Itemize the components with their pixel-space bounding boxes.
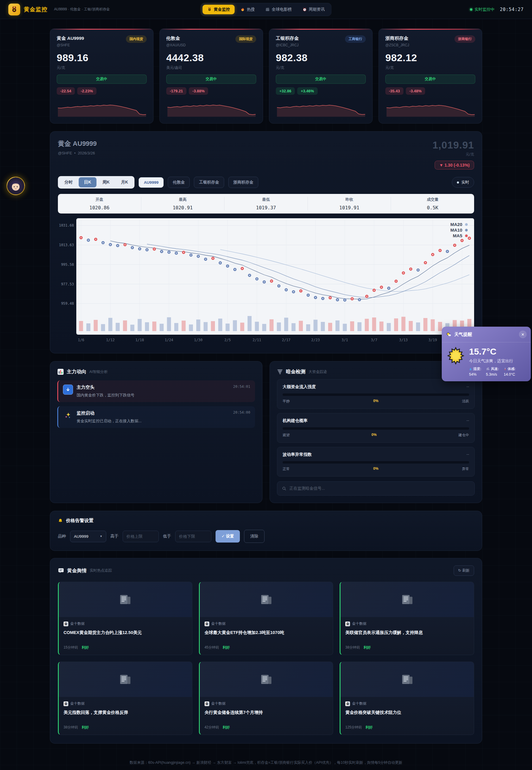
meter-value: -- <box>466 452 469 457</box>
session-status: 交易中 <box>57 75 147 84</box>
below-label: 低于 <box>163 534 171 539</box>
svg-text:1/30: 1/30 <box>194 338 202 342</box>
instrument-name: 伦敦金 <box>166 35 186 42</box>
svg-text:2/17: 2/17 <box>282 338 291 342</box>
news-time: 15分钟前 <box>64 645 78 650</box>
app-logo-medal-icon[interactable] <box>8 4 20 15</box>
news-time: 38分钟前 <box>64 725 78 730</box>
news-card[interactable]: 金金十数据 黄金价格突破关键技术阻力位 125分钟前利好 <box>340 662 474 735</box>
price-card-au9999[interactable]: 黄金 AU9999 @SHFE 国内现货 989.16 元/克 交易中 -22.… <box>50 29 153 124</box>
signal-title: 监控启动 <box>77 410 94 416</box>
symbol-select[interactable]: AU9999 ▼ <box>70 531 106 542</box>
main-nav: 黄金监控 热搜 全球电影榜 周期资讯 <box>201 3 331 16</box>
sun-cloud-icon <box>446 332 452 337</box>
svg-text:MA20: MA20 <box>450 222 462 227</box>
timeframe-tab-minute[interactable]: 分时 <box>59 177 78 187</box>
weather-stat-feel: 体感: 14.0°C <box>504 367 516 377</box>
price-card-zscb-gold[interactable]: 浙商积存金 @ZSCB_JRCJ 浙商银行 982.12 元/克 交易中 -35… <box>379 29 482 124</box>
news-source: 金十数据 <box>211 621 226 626</box>
news-thumbnail <box>341 582 474 617</box>
chart-subtitle: @SHFE • 2026/3/26 <box>58 151 97 155</box>
news-grid: 金金十数据 COMEX黄金期货主力合约上涨12.50美元 15分钟前利好 金金十… <box>58 582 474 735</box>
price-unit: 元/克 <box>276 65 366 70</box>
nav-label: 热搜 <box>247 7 255 12</box>
timeframe-tab-daily[interactable]: 日K <box>79 177 96 187</box>
main-chart-panel: 黄金 AU9999 @SHFE • 2026/3/26 1,019.91 元/克… <box>50 131 482 353</box>
timeframe-tab-weekly[interactable]: 周K <box>97 177 115 187</box>
set-alert-button[interactable]: ✓ 设置 <box>216 530 240 543</box>
alarm-icon <box>303 7 307 12</box>
news-source: 金十数据 <box>211 701 226 706</box>
medal-icon <box>207 7 212 12</box>
change-percent: -2.23% <box>77 87 96 95</box>
meter-position-build: 机构建仓概率 -- 观望 0% 建仓中 <box>277 413 475 443</box>
brand: 黄金监控 AU9999 · 伦敦金 · 工银/浙商积存金 <box>8 4 110 15</box>
meter-min-label: 观望 <box>283 433 290 438</box>
ohlc-value: 1020.86 <box>58 205 141 211</box>
meter-progressbar <box>283 393 469 396</box>
timeframe-tab-monthly[interactable]: 月K <box>115 177 133 187</box>
ohlc-value: 1020.91 <box>141 205 224 211</box>
svg-text:MA5: MA5 <box>453 233 462 238</box>
realtime-pill[interactable]: 实时 <box>452 177 474 188</box>
weather-stat-humidity: 湿度: 54% <box>469 367 481 377</box>
chart-exchange: @SHFE <box>58 151 72 155</box>
nav-tab-gold-monitor[interactable]: 黄金监控 <box>202 5 235 14</box>
price-card-london-gold[interactable]: 伦敦金 @XAU/USD 国际现货 4442.38 美元/盎司 交易中 -179… <box>159 29 263 124</box>
price-card-icbc-gold[interactable]: 工银积存金 @ICBC_JRCJ 工商银行 982.38 元/克 交易中 +32… <box>269 29 373 124</box>
refresh-button[interactable]: ↻ 刷新 <box>454 565 474 576</box>
symbol-tab-london-gold[interactable]: 伦敦金 <box>168 177 190 188</box>
candlestick-chart[interactable]: 1031.681013.63995.58977.53959.481/61/121… <box>58 218 474 347</box>
news-card[interactable]: 金金十数据 全球最大黄金ETF持仓增加2.3吨至1070吨 45分钟前利好 <box>199 582 333 655</box>
meter-percent: 0% <box>371 433 376 438</box>
news-time: 45分钟前 <box>205 645 219 650</box>
news-thumbnail <box>341 662 474 697</box>
price-value: 982.12 <box>385 52 475 64</box>
news-card[interactable]: 金金十数据 央行黄金储备连续第7个月增持 42分钟前利好 <box>199 662 333 735</box>
assistant-avatar[interactable] <box>7 177 25 195</box>
chart-last-price: 1,019.91 <box>433 139 474 151</box>
instrument-code: @ZSCB_JRCJ <box>385 43 409 47</box>
ohlc-summary-bar: 开盘1020.86 最高1020.91 最低1019.37 昨收1019.91 … <box>58 194 474 214</box>
news-thumbnail <box>59 662 192 697</box>
session-status: 交易中 <box>276 75 366 84</box>
market-badge: 国内现货 <box>126 35 147 43</box>
change-percent: +3.46% <box>297 87 317 95</box>
upper-limit-input[interactable] <box>123 531 159 542</box>
ohlc-value: 0.5K <box>391 205 474 211</box>
clear-alert-button[interactable]: 清除 <box>244 530 265 543</box>
source-icon: 金 <box>205 701 209 706</box>
signal-item-startup[interactable]: 监控启动 20:54:00 黄金实时监控已启动，正在接入数据... <box>57 406 255 428</box>
lower-limit-input[interactable] <box>175 531 211 542</box>
news-title: 央行黄金储备连续第7个月增持 <box>205 709 328 722</box>
news-card[interactable]: 金金十数据 美元指数回落，支撑黄金价格反弹 38分钟前利好 <box>58 662 192 735</box>
section-title: 主力动向 <box>67 369 86 375</box>
close-icon[interactable]: ✕ <box>519 331 527 338</box>
signal-item-bearish[interactable]: 主力空头 20:54:01 国内黄金价下跌，监控到下跌信号 <box>57 380 255 402</box>
instrument-name: 浙商积存金 <box>385 35 409 42</box>
nav-tab-movie-rank[interactable]: 全球电影榜 <box>261 5 297 14</box>
symbol-tab-icbc-gold[interactable]: 工银积存金 <box>194 177 224 188</box>
news-time: 38分钟前 <box>345 645 360 650</box>
price-unit: 元/克 <box>385 65 475 70</box>
nav-tab-cycle-news[interactable]: 周期资讯 <box>298 5 330 14</box>
above-label: 高于 <box>110 534 118 539</box>
meter-label: 大额资金流入强度 <box>283 384 316 390</box>
news-source: 金十数据 <box>70 621 85 626</box>
card-accent <box>160 29 263 30</box>
chart-title: 黄金 AU9999 <box>58 139 97 148</box>
sun-icon <box>447 347 465 377</box>
news-card[interactable]: 金金十数据 COMEX黄金期货主力合约上涨12.50美元 15分钟前利好 <box>58 582 192 655</box>
nav-tab-hot-search[interactable]: 热搜 <box>236 5 259 14</box>
scan-status-bar: 正在监测暗金信号... <box>277 481 475 496</box>
change-percent: -3.48% <box>406 87 425 95</box>
source-icon: 金 <box>345 701 350 706</box>
ohlc-label: 成交量 <box>391 197 474 202</box>
symbol-tab-au9999[interactable]: AU9999 <box>139 177 164 188</box>
sparkline-chart <box>276 99 366 118</box>
tornado-icon <box>277 369 283 375</box>
news-card[interactable]: 金金十数据 美联储官员表示通胀压力缓解，支持降息 38分钟前利好 <box>340 582 474 655</box>
svg-text:1031.68: 1031.68 <box>59 223 74 227</box>
symbol-tab-zscb-gold[interactable]: 浙商积存金 <box>228 177 259 188</box>
svg-text:1/18: 1/18 <box>135 338 144 342</box>
